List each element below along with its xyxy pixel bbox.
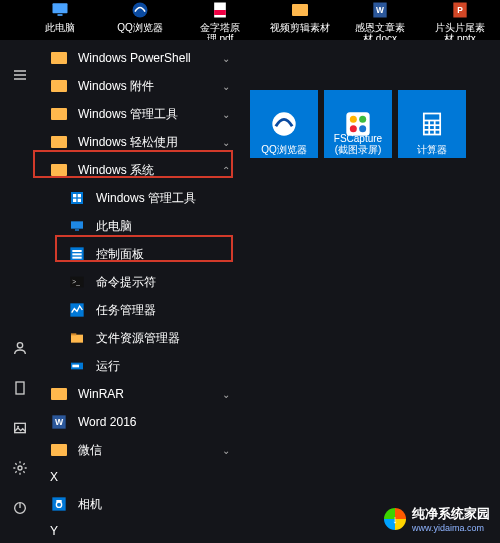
svg-point-42 (359, 116, 366, 123)
svg-rect-38 (56, 500, 61, 502)
app-label: 任务管理器 (96, 302, 240, 319)
app-label: 微信 (78, 442, 240, 459)
section-letter-y[interactable]: Y (40, 518, 240, 543)
documents-button[interactable] (0, 368, 40, 408)
folder-icon (50, 161, 68, 179)
app-label: 相机 (78, 496, 240, 513)
app-label: Windows 附件 (78, 78, 240, 95)
app-label: 文件资源管理器 (96, 330, 240, 347)
svg-rect-1 (58, 14, 63, 16)
app-item-taskmanager[interactable]: 任务管理器 (40, 296, 240, 324)
svg-text:P: P (457, 5, 463, 15)
svg-rect-18 (78, 194, 81, 197)
desktop-icon-label: QQ浏览器 (117, 22, 163, 33)
tiles-area: QQ浏览器 FSCapture (截图录屏) 计算器 (240, 40, 500, 543)
watermark-title: 纯净系统家园 (412, 506, 490, 521)
app-item-run[interactable]: 运行 (40, 352, 240, 380)
app-folder-easeofaccess[interactable]: Windows 轻松使用 ⌄ (40, 128, 240, 156)
chevron-down-icon: ⌄ (222, 137, 230, 148)
app-folder-admintools[interactable]: Windows 管理工具 ⌄ (40, 100, 240, 128)
taskmgr-icon (68, 301, 86, 319)
tile-fscapture[interactable]: FSCapture (截图录屏) (324, 90, 392, 158)
folder-icon (50, 133, 68, 151)
pictures-button[interactable] (0, 408, 40, 448)
app-label: 控制面板 (96, 246, 240, 263)
settings-button[interactable] (0, 448, 40, 488)
svg-rect-16 (71, 192, 83, 204)
app-folder-winrar[interactable]: WinRAR ⌄ (40, 380, 240, 408)
app-item-explorer[interactable]: 文件资源管理器 (40, 324, 240, 352)
tile-qqbrowser[interactable]: QQ浏览器 (250, 90, 318, 158)
svg-rect-22 (75, 229, 79, 230)
svg-rect-26 (72, 257, 81, 259)
qqbrowser-icon (269, 109, 299, 139)
section-letter-x[interactable]: X (40, 464, 240, 490)
calculator-icon (417, 109, 447, 139)
monitor-icon (50, 0, 70, 20)
desktop-icon-thispc[interactable]: 此电脑 (30, 0, 90, 33)
app-folder-powershell[interactable]: Windows PowerShell ⌄ (40, 44, 240, 72)
svg-text:>_: >_ (72, 278, 80, 286)
app-label: Windows 管理工具 (96, 190, 240, 207)
watermark-logo-icon (384, 508, 406, 530)
app-label: Word 2016 (78, 415, 240, 429)
word-icon: W (50, 413, 68, 431)
chevron-up-icon: ⌃ (222, 165, 230, 176)
folder-icon (50, 77, 68, 95)
start-rail (0, 40, 40, 543)
chevron-down-icon: ⌄ (222, 53, 230, 64)
qqbrowser-icon (130, 0, 150, 20)
power-button[interactable] (0, 488, 40, 528)
svg-rect-30 (71, 335, 83, 343)
explorer-icon (68, 329, 86, 347)
svg-rect-45 (424, 114, 440, 135)
chevron-down-icon: ⌄ (222, 81, 230, 92)
app-item-admintools[interactable]: Windows 管理工具 (40, 184, 240, 212)
desktop-icon-qqbrowser[interactable]: QQ浏览器 (110, 0, 170, 33)
svg-rect-4 (214, 10, 226, 15)
chevron-down-icon: ⌄ (222, 389, 230, 400)
svg-rect-31 (71, 333, 76, 335)
svg-rect-10 (16, 382, 24, 394)
folder-icon (50, 441, 68, 459)
svg-rect-11 (15, 423, 26, 432)
svg-rect-24 (72, 250, 81, 252)
desktop-icon-pdf[interactable]: 金字塔原理.pdf (190, 0, 250, 44)
tile-label: QQ浏览器 (254, 144, 314, 155)
watermark-url: www.yidaima.com (412, 523, 490, 533)
app-item-thispc[interactable]: 此电脑 (40, 212, 240, 240)
app-folder-wechat[interactable]: 微信 ⌄ (40, 436, 240, 464)
app-folder-windows-system[interactable]: Windows 系统 ⌃ (40, 156, 240, 184)
control-panel-icon (68, 245, 86, 263)
app-item-camera[interactable]: 相机 (40, 490, 240, 518)
tile-label: FSCapture (截图录屏) (328, 133, 388, 155)
user-button[interactable] (0, 328, 40, 368)
desktop-icon-folder-video[interactable]: 视频剪辑素材 (270, 0, 330, 33)
camera-icon (50, 495, 68, 513)
svg-rect-33 (72, 365, 79, 368)
desktop-icon-pptx[interactable]: P 片头片尾素材.pptx (430, 0, 490, 44)
app-item-word[interactable]: W Word 2016 (40, 408, 240, 436)
desktop-icon-docx[interactable]: W 感恩文章素材.docx (350, 0, 410, 44)
app-item-cmd[interactable]: >_ 命令提示符 (40, 268, 240, 296)
svg-rect-25 (72, 253, 81, 255)
svg-point-9 (17, 343, 22, 348)
app-folder-accessories[interactable]: Windows 附件 ⌄ (40, 72, 240, 100)
app-label: 命令提示符 (96, 274, 240, 291)
app-item-controlpanel[interactable]: 控制面板 (40, 240, 240, 268)
tile-calculator[interactable]: 计算器 (398, 90, 466, 158)
start-menu: Windows PowerShell ⌄ Windows 附件 ⌄ Window… (0, 40, 500, 543)
folder-icon (50, 49, 68, 67)
svg-point-2 (133, 3, 148, 18)
word-icon: W (370, 0, 390, 20)
svg-rect-20 (78, 199, 81, 202)
svg-point-13 (18, 466, 22, 470)
watermark: 纯净系统家园 www.yidaima.com (384, 505, 490, 533)
desktop-icon-label: 视频剪辑素材 (270, 22, 330, 33)
thispc-icon (68, 217, 86, 235)
desktop-icon-label: 此电脑 (45, 22, 75, 33)
expand-button[interactable] (0, 55, 40, 95)
app-label: Windows 轻松使用 (78, 134, 240, 151)
app-label: WinRAR (78, 387, 240, 401)
folder-icon (50, 105, 68, 123)
